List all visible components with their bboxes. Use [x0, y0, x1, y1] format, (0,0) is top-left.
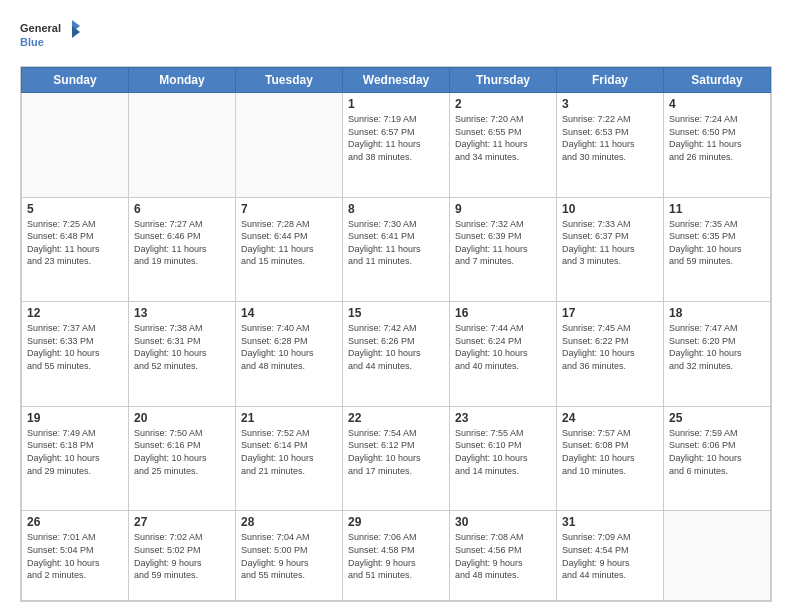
cal-cell: 23Sunrise: 7:55 AMSunset: 6:10 PMDayligh… [450, 406, 557, 511]
cell-text: Daylight: 10 hours [562, 347, 658, 360]
cell-text: Sunset: 4:56 PM [455, 544, 551, 557]
cal-cell: 13Sunrise: 7:38 AMSunset: 6:31 PMDayligh… [129, 302, 236, 407]
cell-text: and 40 minutes. [455, 360, 551, 373]
cell-text: Daylight: 11 hours [27, 243, 123, 256]
cell-text: Sunset: 6:26 PM [348, 335, 444, 348]
cell-text: Sunset: 6:18 PM [27, 439, 123, 452]
logo-icon: General Blue [20, 18, 80, 56]
day-header-monday: Monday [129, 68, 236, 93]
day-number: 24 [562, 411, 658, 425]
cell-text: Daylight: 10 hours [134, 452, 230, 465]
cell-text: Daylight: 9 hours [134, 557, 230, 570]
day-number: 1 [348, 97, 444, 111]
day-header-sunday: Sunday [22, 68, 129, 93]
cell-text: Sunrise: 7:57 AM [562, 427, 658, 440]
cell-text: Sunrise: 7:38 AM [134, 322, 230, 335]
cell-text: Sunrise: 7:25 AM [27, 218, 123, 231]
day-number: 13 [134, 306, 230, 320]
cell-text: Sunset: 6:37 PM [562, 230, 658, 243]
day-number: 25 [669, 411, 765, 425]
header: General Blue [20, 18, 772, 56]
cell-text: Sunrise: 7:52 AM [241, 427, 337, 440]
cell-text: and 23 minutes. [27, 255, 123, 268]
cal-cell [236, 93, 343, 198]
day-number: 6 [134, 202, 230, 216]
cell-text: Sunrise: 7:44 AM [455, 322, 551, 335]
cell-text: and 3 minutes. [562, 255, 658, 268]
cell-text: Daylight: 11 hours [669, 138, 765, 151]
week-row-4: 19Sunrise: 7:49 AMSunset: 6:18 PMDayligh… [22, 406, 771, 511]
cal-cell [664, 511, 771, 601]
cell-text: Daylight: 10 hours [348, 347, 444, 360]
cell-text: Sunset: 6:55 PM [455, 126, 551, 139]
cell-text: Daylight: 10 hours [27, 557, 123, 570]
cell-text: Sunrise: 7:01 AM [27, 531, 123, 544]
cell-text: Daylight: 10 hours [241, 452, 337, 465]
cell-text: and 51 minutes. [348, 569, 444, 582]
cal-cell: 22Sunrise: 7:54 AMSunset: 6:12 PMDayligh… [343, 406, 450, 511]
cal-cell: 11Sunrise: 7:35 AMSunset: 6:35 PMDayligh… [664, 197, 771, 302]
cell-text: Sunset: 6:46 PM [134, 230, 230, 243]
cell-text: Sunrise: 7:02 AM [134, 531, 230, 544]
day-number: 5 [27, 202, 123, 216]
cell-text: and 26 minutes. [669, 151, 765, 164]
svg-text:General: General [20, 22, 61, 34]
day-number: 11 [669, 202, 765, 216]
cell-text: and 29 minutes. [27, 465, 123, 478]
cal-cell: 1Sunrise: 7:19 AMSunset: 6:57 PMDaylight… [343, 93, 450, 198]
cell-text: Sunset: 6:41 PM [348, 230, 444, 243]
day-number: 4 [669, 97, 765, 111]
calendar: SundayMondayTuesdayWednesdayThursdayFrid… [20, 66, 772, 602]
cell-text: Daylight: 9 hours [455, 557, 551, 570]
cell-text: Sunrise: 7:33 AM [562, 218, 658, 231]
day-number: 2 [455, 97, 551, 111]
cell-text: and 59 minutes. [134, 569, 230, 582]
cal-cell: 27Sunrise: 7:02 AMSunset: 5:02 PMDayligh… [129, 511, 236, 601]
cell-text: and 55 minutes. [27, 360, 123, 373]
cal-cell: 30Sunrise: 7:08 AMSunset: 4:56 PMDayligh… [450, 511, 557, 601]
cal-cell [129, 93, 236, 198]
cell-text: Sunrise: 7:08 AM [455, 531, 551, 544]
cell-text: Sunset: 6:39 PM [455, 230, 551, 243]
cell-text: Daylight: 10 hours [562, 452, 658, 465]
cal-cell: 14Sunrise: 7:40 AMSunset: 6:28 PMDayligh… [236, 302, 343, 407]
day-header-tuesday: Tuesday [236, 68, 343, 93]
day-number: 21 [241, 411, 337, 425]
day-number: 22 [348, 411, 444, 425]
cell-text: and 34 minutes. [455, 151, 551, 164]
day-number: 28 [241, 515, 337, 529]
cell-text: Daylight: 11 hours [455, 138, 551, 151]
day-number: 15 [348, 306, 444, 320]
cell-text: Sunset: 4:54 PM [562, 544, 658, 557]
cal-cell: 26Sunrise: 7:01 AMSunset: 5:04 PMDayligh… [22, 511, 129, 601]
cell-text: Sunrise: 7:55 AM [455, 427, 551, 440]
cell-text: Sunrise: 7:49 AM [27, 427, 123, 440]
day-number: 20 [134, 411, 230, 425]
cal-cell: 28Sunrise: 7:04 AMSunset: 5:00 PMDayligh… [236, 511, 343, 601]
cal-cell: 9Sunrise: 7:32 AMSunset: 6:39 PMDaylight… [450, 197, 557, 302]
cell-text: Sunset: 6:08 PM [562, 439, 658, 452]
day-header-saturday: Saturday [664, 68, 771, 93]
cell-text: Sunrise: 7:35 AM [669, 218, 765, 231]
cell-text: Sunset: 5:00 PM [241, 544, 337, 557]
cell-text: Sunset: 6:24 PM [455, 335, 551, 348]
cell-text: Daylight: 10 hours [455, 452, 551, 465]
day-number: 16 [455, 306, 551, 320]
cell-text: Sunrise: 7:20 AM [455, 113, 551, 126]
cell-text: Sunrise: 7:59 AM [669, 427, 765, 440]
cell-text: Daylight: 9 hours [241, 557, 337, 570]
cal-cell: 25Sunrise: 7:59 AMSunset: 6:06 PMDayligh… [664, 406, 771, 511]
cell-text: Daylight: 10 hours [669, 452, 765, 465]
cal-cell: 21Sunrise: 7:52 AMSunset: 6:14 PMDayligh… [236, 406, 343, 511]
cell-text: Sunrise: 7:19 AM [348, 113, 444, 126]
cell-text: Sunset: 6:28 PM [241, 335, 337, 348]
cell-text: Sunrise: 7:47 AM [669, 322, 765, 335]
cal-cell: 31Sunrise: 7:09 AMSunset: 4:54 PMDayligh… [557, 511, 664, 601]
cal-cell: 6Sunrise: 7:27 AMSunset: 6:46 PMDaylight… [129, 197, 236, 302]
cell-text: Sunset: 6:22 PM [562, 335, 658, 348]
cell-text: Sunrise: 7:27 AM [134, 218, 230, 231]
day-number: 29 [348, 515, 444, 529]
cell-text: Daylight: 9 hours [562, 557, 658, 570]
cal-cell: 8Sunrise: 7:30 AMSunset: 6:41 PMDaylight… [343, 197, 450, 302]
cell-text: Daylight: 10 hours [669, 347, 765, 360]
